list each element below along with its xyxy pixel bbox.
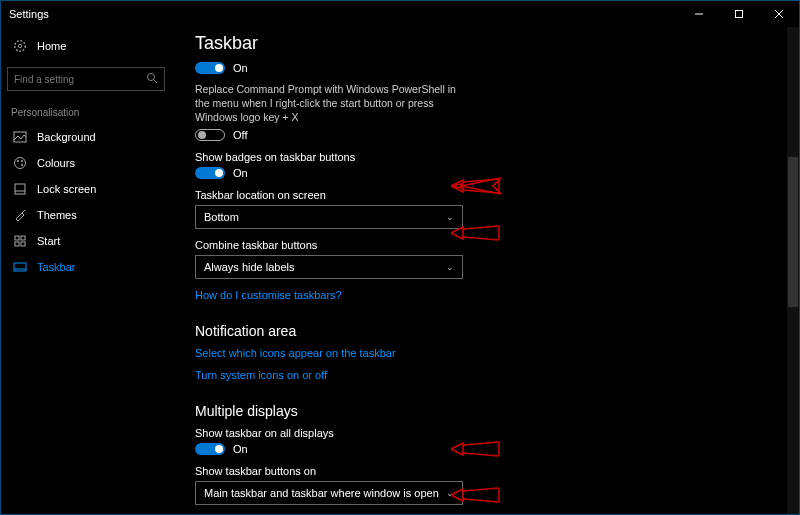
sidebar-item-label: Background: [37, 131, 96, 143]
scroll-thumb[interactable]: [788, 157, 798, 307]
annotation-arrow: [451, 176, 501, 196]
sidebar-item-colours[interactable]: Colours: [7, 152, 165, 174]
link-select-icons[interactable]: Select which icons appear on the taskbar: [195, 347, 775, 359]
heading-multiple-displays: Multiple displays: [195, 403, 775, 419]
sidebar-item-taskbar[interactable]: Taskbar: [7, 256, 165, 278]
svg-point-12: [21, 164, 23, 166]
sidebar: Home Personalisation Background Colours …: [1, 27, 171, 514]
sidebar-item-label: Colours: [37, 157, 75, 169]
svg-rect-18: [15, 242, 19, 246]
minimize-icon: [694, 9, 704, 19]
close-button[interactable]: [759, 1, 799, 27]
annotation-arrow: [451, 439, 501, 459]
svg-rect-1: [736, 11, 743, 18]
toggle-track: [195, 62, 225, 74]
combo-buttons-on[interactable]: Main taskbar and taskbar where window is…: [195, 481, 463, 505]
replace-cmd-desc: Replace Command Prompt with Windows Powe…: [195, 82, 465, 125]
show-all-label: Show taskbar on all displays: [195, 427, 775, 439]
svg-line-32: [463, 499, 499, 502]
annotation-arrow: [451, 223, 501, 243]
toggle-track: [195, 443, 225, 455]
link-customise[interactable]: How do I customise taskbars?: [195, 289, 775, 301]
toggle-state: On: [233, 443, 248, 455]
chevron-down-icon: ⌄: [446, 262, 454, 272]
buttons-on-label: Show taskbar buttons on: [195, 465, 775, 477]
close-icon: [774, 9, 784, 19]
titlebar: Settings: [1, 1, 799, 27]
combo-value: Always hide labels: [204, 261, 295, 273]
svg-point-9: [15, 158, 26, 169]
gear-icon: [13, 39, 27, 53]
taskbar-icon: [13, 260, 27, 274]
body: Home Personalisation Background Colours …: [1, 27, 799, 514]
svg-line-25: [463, 226, 499, 229]
svg-line-31: [463, 488, 499, 491]
toggle-state: On: [233, 62, 248, 74]
combo-value: Bottom: [204, 211, 239, 223]
toggle-track: [195, 129, 225, 141]
svg-point-10: [17, 160, 19, 162]
nav-home-label: Home: [37, 40, 66, 52]
search-input[interactable]: [14, 74, 134, 85]
nav-home[interactable]: Home: [7, 35, 165, 57]
sidebar-item-label: Lock screen: [37, 183, 96, 195]
grid-icon: [13, 234, 27, 248]
search-box[interactable]: [7, 67, 165, 91]
svg-rect-19: [21, 242, 25, 246]
link-system-icons[interactable]: Turn system icons on or off: [195, 369, 775, 381]
maximize-button[interactable]: [719, 1, 759, 27]
svg-line-26: [463, 237, 499, 240]
maximize-icon: [734, 9, 744, 19]
annotation-arrow: [451, 485, 501, 505]
sidebar-section-label: Personalisation: [11, 107, 165, 118]
svg-line-7: [154, 80, 157, 83]
content-pane: Taskbar On Replace Command Prompt with W…: [171, 27, 799, 514]
svg-line-28: [463, 442, 499, 445]
svg-rect-17: [21, 236, 25, 240]
sidebar-item-start[interactable]: Start: [7, 230, 165, 252]
chevron-down-icon: ⌄: [446, 212, 454, 222]
toggle-track: [195, 167, 225, 179]
svg-point-4: [18, 44, 22, 48]
combo-location[interactable]: Bottom ⌄: [195, 205, 463, 229]
toggle-top[interactable]: On: [195, 62, 775, 74]
scrollbar[interactable]: [787, 27, 799, 514]
svg-line-29: [463, 453, 499, 456]
sidebar-item-label: Themes: [37, 209, 77, 221]
toggle-state: Off: [233, 129, 247, 141]
svg-line-15: [22, 210, 25, 213]
svg-point-5: [15, 41, 26, 52]
search-icon: [146, 72, 158, 86]
sidebar-item-lockscreen[interactable]: Lock screen: [7, 178, 165, 200]
page-title: Taskbar: [195, 33, 775, 54]
badges-label: Show badges on taskbar buttons: [195, 151, 775, 163]
brush-icon: [13, 208, 27, 222]
window-title: Settings: [9, 8, 49, 20]
titlebar-left: Settings: [9, 8, 49, 20]
svg-rect-8: [14, 132, 26, 142]
combo-value: Main taskbar and taskbar where window is…: [204, 487, 439, 499]
settings-window: Settings Home P: [0, 0, 800, 515]
svg-rect-13: [15, 184, 25, 194]
sidebar-item-themes[interactable]: Themes: [7, 204, 165, 226]
combo-combine[interactable]: Always hide labels ⌄: [195, 255, 463, 279]
palette-icon: [13, 156, 27, 170]
svg-point-11: [21, 160, 23, 162]
lock-icon: [13, 182, 27, 196]
picture-icon: [13, 130, 27, 144]
sidebar-item-label: Taskbar: [37, 261, 76, 273]
heading-notification-area: Notification area: [195, 323, 775, 339]
minimize-button[interactable]: [679, 1, 719, 27]
sidebar-item-background[interactable]: Background: [7, 126, 165, 148]
svg-rect-16: [15, 236, 19, 240]
toggle-state: On: [233, 167, 248, 179]
toggle-replace-cmd[interactable]: Off: [195, 129, 775, 141]
svg-rect-20: [14, 263, 26, 271]
sidebar-item-label: Start: [37, 235, 60, 247]
svg-point-6: [148, 74, 155, 81]
